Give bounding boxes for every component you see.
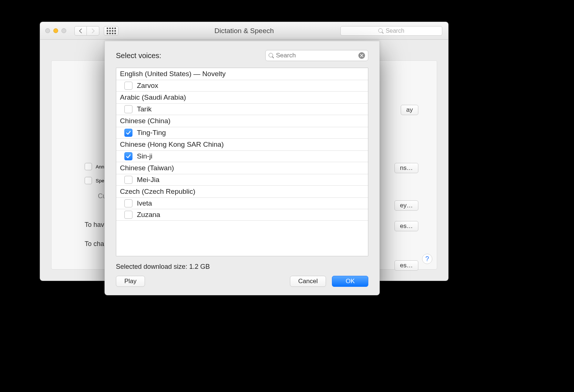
voice-list[interactable]: English (United States) — NoveltyZarvoxA… — [116, 68, 368, 256]
voice-item[interactable]: Mei-Jia — [116, 174, 368, 186]
announce-label: Ann — [96, 164, 104, 170]
help-button[interactable]: ? — [422, 254, 432, 264]
voice-name: Zuzana — [137, 211, 160, 219]
speak-checkbox[interactable] — [85, 177, 92, 184]
titlebar: Dictation & Speech Search — [40, 22, 448, 40]
voice-checkbox[interactable] — [124, 176, 132, 184]
voice-group-header: Chinese (Taiwan) — [116, 162, 368, 174]
download-size-label: Selected download size: 1.2 GB — [116, 263, 368, 271]
voice-name: Iveta — [137, 199, 152, 207]
zoom-window-button[interactable] — [61, 28, 66, 33]
toolbar-search-field[interactable]: Search — [340, 26, 442, 36]
traffic-lights — [45, 28, 66, 33]
voice-group-header: English (United States) — Novelty — [116, 68, 368, 80]
voice-name: Ting-Ting — [137, 129, 166, 137]
voice-name: Zarvox — [137, 82, 158, 90]
es2-button-bg[interactable]: es… — [394, 260, 418, 271]
voice-name: Tarik — [137, 105, 152, 113]
voice-group-header: Chinese (China) — [116, 115, 368, 127]
close-window-button[interactable] — [45, 28, 50, 33]
voice-checkbox[interactable] — [124, 105, 132, 113]
voice-item[interactable]: Iveta — [116, 198, 368, 209]
cancel-button[interactable]: Cancel — [290, 276, 326, 287]
voice-item[interactable]: Sin-ji — [116, 151, 368, 162]
play-button[interactable]: Play — [116, 276, 145, 287]
voice-item[interactable]: Zuzana — [116, 209, 368, 221]
back-button[interactable] — [74, 26, 87, 36]
grid-icon — [107, 28, 116, 34]
search-icon — [269, 53, 274, 58]
toolbar-search-placeholder: Search — [386, 28, 404, 34]
minimize-window-button[interactable] — [53, 28, 58, 33]
nav-group — [74, 26, 118, 36]
voice-group-header: Czech (Czech Republic) — [116, 186, 368, 198]
voice-group-header: Arabic (Saudi Arabia) — [116, 92, 368, 104]
speak-label: Spe — [96, 178, 104, 183]
voice-search-input[interactable] — [276, 52, 358, 59]
forward-button[interactable] — [87, 26, 99, 36]
voice-checkbox[interactable] — [124, 211, 132, 219]
es1-button-bg[interactable]: es… — [394, 221, 418, 231]
voice-checkbox[interactable] — [124, 199, 132, 207]
voice-checkbox[interactable] — [124, 82, 132, 90]
voice-item[interactable]: Ting-Ting — [116, 127, 368, 139]
voice-group-header: Chinese (Hong Kong SAR China) — [116, 139, 368, 151]
voice-checkbox[interactable] — [124, 152, 132, 160]
ok-button[interactable]: OK — [332, 276, 368, 287]
key-button-bg[interactable]: ey… — [394, 200, 418, 211]
voice-item[interactable]: Tarik — [116, 104, 368, 115]
clear-search-button[interactable] — [358, 52, 365, 59]
search-icon — [378, 28, 383, 33]
to-change-label: To cha — [85, 240, 104, 248]
sheet-buttons: Play Cancel OK — [116, 276, 368, 287]
voice-name: Mei-Jia — [137, 176, 159, 184]
voice-checkbox[interactable] — [124, 129, 132, 137]
show-all-grid-button[interactable] — [104, 26, 118, 36]
select-voices-sheet: Select voices: English (United States) —… — [104, 41, 380, 295]
voice-name: Sin-ji — [137, 152, 152, 160]
sheet-label: Select voices: — [116, 51, 161, 60]
announce-checkbox[interactable] — [85, 163, 92, 170]
voice-item[interactable]: Zarvox — [116, 80, 368, 92]
voice-search-field[interactable] — [265, 50, 368, 61]
play-button-bg[interactable]: ay — [401, 105, 418, 115]
options-button-bg[interactable]: ns… — [394, 163, 418, 173]
close-icon — [360, 54, 364, 57]
